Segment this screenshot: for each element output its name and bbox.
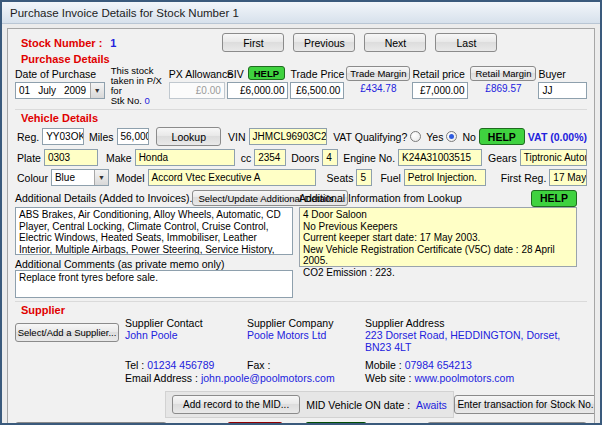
lookup-help-button[interactable]: HELP [531, 190, 577, 207]
colour-combo[interactable]: Blue ▼ [51, 169, 109, 186]
vin-field[interactable]: JHMCL96903C203470 [249, 128, 328, 145]
supplier-company-label: Supplier Company [247, 317, 361, 329]
window-title: Purchase Invoice Details for Stock Numbe… [10, 7, 239, 19]
additional-details-textarea[interactable]: ABS Brakes, Air Conditioning, Alloy Whee… [15, 207, 293, 255]
colour-label: Colour [17, 172, 48, 184]
lookup-info-line: Current keeper start date: 17 May 2003. [303, 232, 573, 244]
px-allowance-col: PX Allowance £0.00 [169, 66, 225, 99]
lookup-info-col: Additional Information from Lookup HELP … [299, 189, 577, 298]
px-stk-label: Stk No. [111, 95, 142, 106]
px-allowance-field[interactable]: £0.00 [169, 82, 225, 99]
gears-field[interactable]: Tiptronic Automatic (5 Gears) [520, 149, 587, 166]
supplier-web: Web site : www.poolmotors.com [365, 372, 587, 384]
retail-price-field[interactable]: £7,000.00 [412, 82, 468, 99]
cc-field[interactable]: 2354 [254, 149, 286, 166]
buyer-label: Buyer [538, 68, 565, 80]
date-of-purchase-value: 01 July 2009 [16, 83, 90, 98]
model-label: Model [116, 172, 145, 184]
date-of-purchase-combo[interactable]: 01 July 2009 ▼ [15, 82, 105, 99]
mid-date-label: MID Vehicle ON date : [306, 399, 410, 411]
title-bar: Purchase Invoice Details for Stock Numbe… [2, 2, 600, 24]
mid-row: Add record to the MID... MID Vehicle ON … [15, 391, 587, 418]
px-stk-value: 0 [145, 95, 150, 106]
buyer-col: Buyer JJ [538, 66, 587, 99]
vat-rate-label: VAT (0.00%) [528, 131, 587, 143]
siv-label: SIV [227, 68, 244, 80]
date-of-purchase-col: Date of Purchase 01 July 2009 ▼ [15, 66, 105, 99]
first-reg-label: First Reg. [501, 172, 547, 184]
trade-price-label: Trade Price [290, 68, 344, 80]
siv-field[interactable]: £6,000.00 [227, 82, 289, 99]
divider [15, 109, 587, 110]
lookup-info-label: Additional Information from Lookup [299, 192, 462, 204]
first-reg-field[interactable]: 17 May 2003 [549, 169, 587, 186]
lookup-info-line: 4 Door Saloon [303, 209, 573, 221]
select-add-supplier-button[interactable]: Select/Add a Supplier... [15, 323, 119, 342]
supplier-contact-label: Supplier Contact [125, 317, 243, 329]
siv-col: SIV HELP £6,000.00 [227, 66, 289, 99]
make-label: Make [106, 152, 132, 164]
siv-help-button[interactable]: HELP [248, 66, 285, 80]
date-year: 2009 [64, 85, 86, 96]
retail-margin-col: Retail Margin £869.57 [470, 66, 536, 94]
px-note-line2: taken in P/X for [111, 75, 162, 96]
supplier-address: Supplier Address 223 Dorset Road, HEDDIN… [365, 317, 587, 353]
email-label: Email Address : [125, 372, 198, 384]
vat-help-button[interactable]: HELP [479, 128, 525, 145]
plate-label: Plate [17, 152, 41, 164]
mid-panel: Add record to the MID... MID Vehicle ON … [165, 391, 454, 418]
date-day: 01 [19, 85, 30, 96]
doors-label: Doors [291, 152, 319, 164]
supplier-contact-value: John Poole [125, 329, 243, 341]
model-field[interactable]: Accord Vtec Executive A [148, 169, 316, 186]
add-record-mid-button[interactable]: Add record to the MID... [172, 395, 300, 414]
vat-no-radio[interactable] [446, 131, 457, 142]
stock-number-value: 1 [110, 37, 116, 49]
supplier-company-value: Poole Motors Ltd [247, 329, 361, 341]
last-button[interactable]: Last [435, 33, 497, 52]
supplier-email: Email Address : john.poole@poolmotors.co… [125, 372, 361, 384]
additional-details-label: Additional Details (Added to Invoices). [15, 192, 192, 204]
email-value: john.poole@poolmotors.com [201, 372, 335, 384]
vat-no-label: No [462, 131, 475, 143]
lookup-info-box: 4 Door Saloon No Previous Keepers Curren… [299, 207, 577, 267]
vin-label: VIN [228, 131, 246, 143]
lookup-button[interactable]: Lookup [156, 127, 221, 146]
plate-field[interactable]: 0303 [44, 149, 98, 166]
purchase-grid: Date of Purchase 01 July 2009 ▼ This sto… [15, 66, 587, 106]
miles-field[interactable]: 56,000 [117, 128, 150, 145]
engine-label: Engine No. [343, 152, 395, 164]
mobile-label: Mobile : [365, 359, 402, 371]
colour-value: Blue [52, 170, 94, 185]
reg-field[interactable]: YY03OKN [42, 128, 84, 145]
enter-transaction-button[interactable]: Enter transaction for Stock No. 1... [454, 395, 595, 414]
lookup-info-head: Additional Information from Lookup HELP [299, 189, 577, 207]
make-field[interactable]: Honda [135, 149, 235, 166]
buyer-field[interactable]: JJ [538, 82, 587, 99]
supplier-button-cell: Select/Add a Supplier... [15, 317, 121, 353]
trade-margin-col: Trade Margin £434.78 [346, 66, 410, 94]
lookup-info-line: No Previous Keepers [303, 221, 573, 233]
seats-field[interactable]: 5 [356, 169, 372, 186]
next-button[interactable]: Next [364, 33, 426, 52]
previous-button[interactable]: Previous [293, 33, 355, 52]
supplier-tel: Tel : 01234 456789 [125, 359, 243, 371]
additional-comments-textarea[interactable]: Replace front tyres before sale. [15, 270, 293, 298]
chevron-down-icon: ▼ [94, 170, 108, 185]
trade-price-field[interactable]: £6,500.00 [290, 82, 344, 99]
engine-field[interactable]: K24A31003515 [398, 149, 482, 166]
record-nav: First Previous Next Last [222, 33, 497, 52]
retail-margin-button[interactable]: Retail Margin [470, 66, 536, 81]
supplier-header: Supplier [21, 304, 587, 316]
mobile-value: 07984 654213 [405, 359, 472, 371]
first-button[interactable]: First [222, 33, 284, 52]
px-note-col: This stock taken in P/X for Stk No. 0 [111, 66, 167, 106]
doors-field[interactable]: 4 [322, 149, 338, 166]
vat-yes-radio[interactable] [410, 131, 421, 142]
main-panel: Stock Number : 1 First Previous Next Las… [7, 28, 595, 425]
trade-margin-button[interactable]: Trade Margin [346, 66, 410, 81]
date-month: July [38, 85, 56, 96]
purchase-invoice-window: Purchase Invoice Details for Stock Numbe… [0, 0, 602, 425]
fuel-field[interactable]: Petrol Injection. [404, 169, 486, 186]
reg-label: Reg. [17, 131, 39, 143]
